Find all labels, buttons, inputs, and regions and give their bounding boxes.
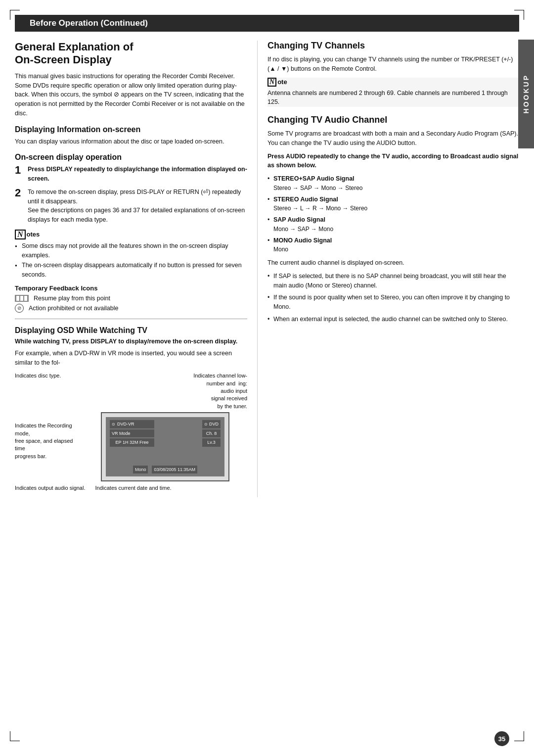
tv-dvd-ch: ⊙ DVD [202, 420, 221, 428]
tv-screen-diagram: ⊙ DVD-VR VR Mode EP 1H 32M Free [101, 412, 229, 481]
audio-item-4: MONO Audio Signal Mono [267, 236, 519, 255]
tv-mono: Mono [133, 466, 148, 474]
tv-vr-mode: VR Mode [110, 429, 154, 438]
audio-item-2: STEREO Audio Signal Stereo → L → R → Mon… [267, 195, 519, 214]
note-item-2: The on-screen display disappears automat… [15, 261, 247, 280]
step-1: 1 Press DISPLAY repeatedly to display/ch… [15, 165, 247, 184]
right-note-ote: ote [277, 78, 287, 86]
diagram-row: Indicates the Recording mode, free space… [15, 412, 247, 481]
corner-mark-tl [10, 10, 20, 20]
section-tv-channels-title: Changing TV Channels [267, 41, 519, 51]
bar-1 [16, 296, 19, 301]
feedback-bars-icon [15, 295, 29, 302]
page-header-banner: Before Operation (Continued) [15, 15, 519, 32]
feedback-icons-title: Temporary Feedback Icons [15, 284, 247, 292]
tv-inner: ⊙ DVD-VR VR Mode EP 1H 32M Free [106, 417, 224, 476]
tv-bottom-row: Mono 03/08/2005 11:35AM [110, 466, 221, 474]
right-note-n-icon: N [267, 78, 276, 87]
bullet-item-3: When an external input is selected, the … [267, 315, 519, 324]
right-bullet-list: If SAP is selected, but there is no SAP … [267, 272, 519, 324]
audio-item-2-label: STEREO Audio Signal [273, 196, 338, 203]
audio-item-3-label: SAP Audio Signal [273, 216, 325, 223]
circle-prohibited-icon: ⊘ [15, 304, 24, 313]
audio-instruction-bold: Press AUDIO repeatedly to change the TV … [267, 152, 519, 171]
tv-ep-text: EP 1H 32M Free [116, 440, 149, 445]
right-note-box: N ote Antenna channels are numbered 2 th… [267, 78, 519, 107]
tv-left-block: ⊙ DVD-VR VR Mode EP 1H 32M Free [110, 420, 154, 447]
notes-box: N otes Some discs may not provide all th… [15, 230, 247, 280]
main-title-line2: On-Screen Display [15, 53, 112, 66]
section-osd-tv-title: Displaying OSD While Watching TV [15, 326, 247, 335]
content-area: General Explanation of On-Screen Display… [15, 41, 519, 497]
step-2-text: To remove the on-screen display, press D… [28, 188, 247, 225]
corner-mark-tr [514, 10, 524, 20]
audio-item-3-flow: Mono → SAP → Mono [273, 226, 333, 233]
note-item-1: Some discs may not provide all the featu… [15, 241, 247, 260]
tv-date-text: 03/08/2005 11:35AM [154, 467, 195, 472]
osd-text: For example, when a DVD-RW in VR mode is… [15, 349, 247, 368]
step-1-bold: Press DISPLAY repeatedly to display/chan… [28, 166, 247, 182]
header-title: Before Operation (Continued) [30, 18, 148, 28]
label-recording: Indicates the Recording mode, free space… [15, 412, 79, 460]
section-onscreen-op-title: On-screen display operation [15, 153, 247, 162]
section-tv-channels-text: If no disc is playing, you can change TV… [267, 55, 519, 74]
tv-right-block: ⊙ DVD Ch. 8 Lv.3 [202, 420, 221, 447]
feedback-item-1-text: Resume play from this point [34, 295, 110, 302]
page: HOOKUP Before Operation (Continued) Gene… [0, 0, 534, 756]
tv-vr-mode-text: VR Mode [112, 431, 131, 436]
tv-dvd-text: DVD [209, 421, 219, 427]
label-channel-top: Indicates channel low-number and ing:aud… [193, 372, 247, 410]
bar-3 [24, 296, 27, 301]
feedback-item-2: ⊘ Action prohibited or not available [15, 304, 247, 313]
feedback-item-1: Resume play from this point [15, 295, 247, 302]
hookup-sidebar: HOOKUP [518, 40, 534, 148]
tv-dvd-icon: ⊙ [112, 422, 115, 427]
hookup-label: HOOKUP [522, 74, 530, 113]
corner-mark-br [514, 731, 524, 741]
tv-ch: Ch. 8 [202, 429, 221, 438]
circle-symbol: ⊘ [17, 305, 21, 311]
diagram-container: Indicates disc type. Indicates channel l… [15, 372, 247, 492]
divider [15, 319, 247, 319]
tv-mono-text: Mono [135, 467, 146, 472]
step-2: 2 To remove the on-screen display, press… [15, 188, 247, 225]
main-title-line1: General Explanation of [15, 41, 134, 53]
audio-item-3: SAP Audio Signal Mono → SAP → Mono [267, 215, 519, 234]
step-2-number: 2 [15, 188, 24, 198]
corner-mark-bl [10, 731, 20, 741]
feedback-item-2-text: Action prohibited or not available [29, 305, 118, 312]
main-title: General Explanation of On-Screen Display [15, 41, 247, 67]
step-1-number: 1 [15, 165, 24, 176]
right-note-text: Antenna channels are numbered 2 through … [267, 89, 519, 107]
section-tv-audio-text: Some TV programs are broadcast with both… [267, 129, 519, 148]
osd-instruction: While watching TV, press DISPLAY to disp… [15, 338, 247, 345]
tv-ep: EP 1H 32M Free [110, 438, 154, 447]
audio-item-1-flow: Stereo → SAP → Mono → Stereo [273, 185, 363, 191]
audio-item-1-label: STEREO+SAP Audio Signal [273, 175, 355, 182]
step-1-text: Press DISPLAY repeatedly to display/chan… [28, 165, 247, 184]
section-displaying-info-title: Displaying Information on-screen [15, 125, 247, 134]
label-output-audio: Indicates output audio signal. [15, 484, 86, 492]
step-2-main: To remove the on-screen display, press D… [28, 189, 241, 205]
right-column: Changing TV Channels If no disc is playi… [257, 41, 519, 497]
tv-top-row: ⊙ DVD-VR VR Mode EP 1H 32M Free [110, 420, 221, 447]
bar-2 [20, 296, 23, 301]
bullet-item-2: If the sound is poor quality when set to… [267, 293, 519, 312]
left-column: General Explanation of On-Screen Display… [15, 41, 257, 497]
tv-date: 03/08/2005 11:35AM [152, 466, 197, 474]
tv-dvd-icon2: ⊙ [204, 422, 208, 427]
feedback-items: Resume play from this point ⊘ Action pro… [15, 295, 247, 313]
label-disc-type: Indicates disc type. [15, 372, 61, 410]
audio-item-2-flow: Stereo → L → R → Mono → Stereo [273, 205, 367, 212]
page-number: 35 [494, 731, 509, 746]
step-2-sub: See the descriptions on pages 36 and 37 … [28, 207, 245, 223]
notes-list: Some discs may not provide all the featu… [15, 241, 247, 280]
tv-dvd-vr: ⊙ DVD-VR [110, 420, 154, 428]
tv-lv-text: Lv.3 [207, 440, 215, 445]
tv-ch-text: Ch. 8 [206, 431, 217, 436]
current-audio-text: The current audio channel is displayed o… [267, 258, 519, 268]
right-note-header: N ote [267, 78, 519, 87]
notes-otes: otes [27, 231, 40, 238]
bars-graphic [16, 296, 27, 301]
section-tv-audio-title: Changing TV Audio Channel [267, 115, 519, 125]
